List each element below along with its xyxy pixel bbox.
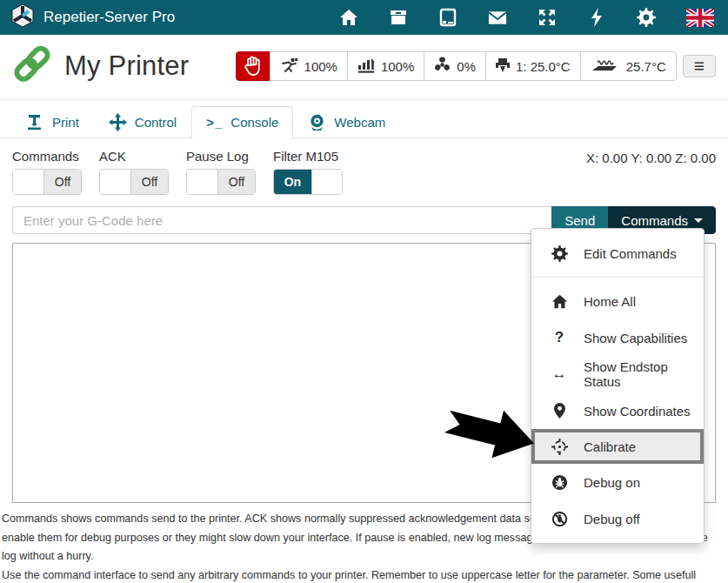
debug-on-icon [550,474,569,491]
toggle-block-pause-log: Pause Log Off [186,149,256,195]
app-logo-icon [10,3,35,32]
menu-item-label: Calibrate [584,439,636,454]
toggle-filter-m105-label: Filter M105 [273,149,343,164]
fan-button[interactable]: 0% [424,51,486,81]
tab-console[interactable]: >_ Console [191,106,293,138]
menu-item-home-all[interactable]: Home All [531,283,704,319]
emergency-stop-button[interactable] [236,51,270,81]
archive-box-icon[interactable] [389,8,408,27]
toggle-filter-m105[interactable]: On [273,169,343,195]
flow-value: 100% [381,59,414,74]
menu-item-show-capabilities[interactable]: ? Show Capabilities [531,319,704,356]
toggle-block-filter-m105: Filter M105 On [273,149,343,195]
menu-item-label: Edit Commands [584,246,677,261]
console-controls: Commands Off ACK Off Pause Log Off Filte… [0,138,728,195]
brand-title: Repetier-Server Pro [43,9,175,26]
home-icon [550,294,569,309]
home-icon[interactable] [339,8,358,27]
debug-off-icon [550,511,569,527]
menu-item-label: Show Coordinates [584,404,691,419]
toggle-commands[interactable]: Off [12,169,82,195]
toggle-commands-label: Commands [12,149,82,164]
toggle-filter-m105-state: On [274,170,311,194]
tab-console-label: Console [230,115,278,130]
tab-control-label: Control [135,115,177,130]
tab-control[interactable]: Control [94,106,191,138]
fullscreen-icon[interactable] [538,8,557,27]
language-flag-icon[interactable] [686,8,714,27]
bed-temp-value: 25.7°C [626,59,666,74]
menu-item-show-endstop-status[interactable]: ↔ Show Endstop Status [531,356,704,392]
fan-value: 0% [457,59,476,74]
top-navbar: Repetier-Server Pro [0,0,728,35]
menu-item-debug-off[interactable]: Debug off [531,500,704,537]
toggle-pause-log-label: Pause Log [186,149,256,164]
menu-item-show-coordinates[interactable]: Show Coordinates [531,392,704,429]
webcam-icon [308,114,326,131]
help-paragraph-2: Use the command interface to send any ar… [2,566,726,583]
flow-bars-icon [357,57,375,76]
menu-divider [531,277,704,278]
brand[interactable]: Repetier-Server Pro [10,3,175,32]
speed-value: 100% [304,59,337,74]
toggle-ack-label: ACK [99,149,169,164]
menu-item-calibrate[interactable]: Calibrate [531,429,704,464]
settings-gear-icon[interactable] [637,8,656,27]
printer-menu-button[interactable]: ≡ [683,55,716,77]
extruder-temp-button[interactable]: 1: 25.0°C [485,51,581,81]
menu-item-debug-on[interactable]: Debug on [531,464,704,500]
position-coordinates: X: 0.00 Y: 0.00 Z: 0.00 [586,151,716,165]
speed-button[interactable]: 100% [270,51,348,81]
fan-icon [434,57,451,76]
menu-item-label: Show Endstop Status [584,359,704,389]
toggle-block-commands: Commands Off [12,149,82,195]
map-pin-icon [550,403,569,419]
printer-header: My Printer 100% [0,35,728,100]
menu-item-label: Show Capabilities [584,331,687,345]
toggle-block-ack: ACK Off [99,149,169,195]
printer-icon[interactable] [438,8,458,27]
move-control-icon [109,113,127,131]
commands-button-label: Commands [621,213,688,228]
extruder-icon [496,57,510,76]
bed-temp-button[interactable]: 25.7°C [580,51,677,81]
heated-bed-icon [591,57,620,76]
caret-down-icon [694,218,703,223]
mail-icon[interactable] [488,8,507,27]
toggle-ack-state: Off [130,170,168,194]
menu-item-edit-commands[interactable]: Edit Commands [531,235,704,271]
tab-webcam-label: Webcam [334,115,385,130]
speed-runner-icon [280,57,298,76]
stop-hand-icon [244,56,263,77]
tab-webcam[interactable]: Webcam [293,106,400,138]
page-title: My Printer [64,50,189,82]
navbar-icons [339,8,714,27]
gear-icon [550,245,569,262]
toggle-commands-state: Off [43,170,81,194]
menu-item-label: Home All [584,294,636,309]
toggle-ack[interactable]: Off [99,169,169,195]
commands-dropdown-menu: Edit Commands Home All ? Show Capabiliti… [531,228,705,544]
print-icon [27,114,44,131]
power-bolt-icon[interactable] [587,8,606,27]
menu-item-label: Debug off [584,512,640,526]
tab-print-label: Print [52,115,79,130]
printer-status-buttons: 100% 100% 0% [236,51,716,81]
crosshair-icon [550,439,569,455]
flow-button[interactable]: 100% [347,51,424,81]
question-icon: ? [550,329,569,346]
menu-item-label: Debug on [584,475,640,490]
tab-print[interactable]: Print [12,106,94,138]
toggle-pause-log[interactable]: Off [186,169,256,195]
hamburger-icon: ≡ [694,56,705,76]
arrows-left-right-icon: ↔ [550,365,569,383]
printer-tabs: Print Control >_ Console Web [0,100,728,138]
toggle-pause-log-state: Off [217,170,255,194]
gcode-input[interactable] [12,206,551,234]
extruder-temp-value: 1: 25.0°C [516,59,571,74]
printer-link-icon [12,45,52,87]
terminal-icon: >_ [206,115,223,130]
